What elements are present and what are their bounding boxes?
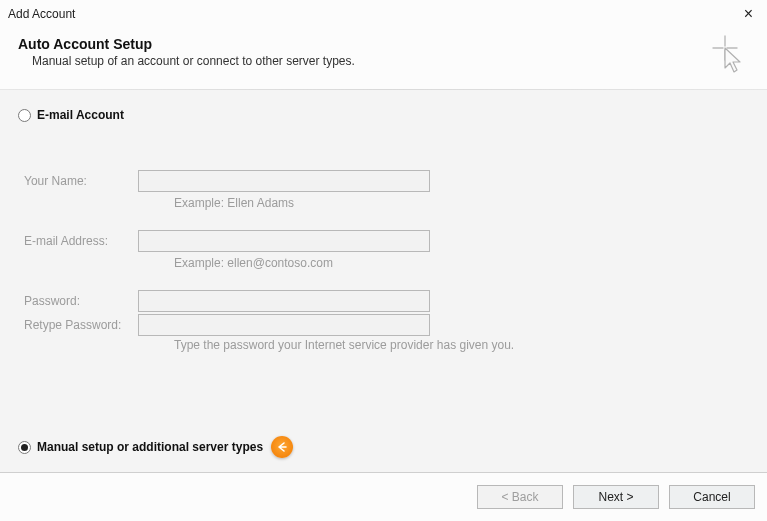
option-manual-label: Manual setup or additional server types bbox=[37, 440, 263, 454]
hint-password: Type the password your Internet service … bbox=[174, 338, 514, 352]
input-your-name bbox=[138, 170, 430, 192]
input-email bbox=[138, 230, 430, 252]
wizard-body: E-mail Account Your Name: Example: Ellen… bbox=[0, 90, 767, 472]
radio-icon bbox=[18, 109, 31, 122]
cursor-icon bbox=[711, 34, 745, 77]
label-retype: Retype Password: bbox=[18, 318, 138, 332]
wizard-footer: < Back Next > Cancel bbox=[0, 473, 767, 521]
option-email-account[interactable]: E-mail Account bbox=[18, 108, 749, 122]
window-title: Add Account bbox=[8, 7, 75, 21]
radio-icon bbox=[18, 441, 31, 454]
label-password: Password: bbox=[18, 294, 138, 308]
hint-row-your-name: Example: Ellen Adams bbox=[18, 196, 749, 210]
option-email-label: E-mail Account bbox=[37, 108, 124, 122]
row-password: Password: bbox=[18, 290, 749, 312]
back-button: < Back bbox=[477, 485, 563, 509]
close-icon[interactable]: × bbox=[738, 2, 759, 26]
row-email: E-mail Address: bbox=[18, 230, 749, 252]
titlebar: Add Account × bbox=[0, 0, 767, 28]
row-retype: Retype Password: bbox=[18, 314, 749, 336]
wizard-title: Auto Account Setup bbox=[18, 36, 355, 52]
hint-email: Example: ellen@contoso.com bbox=[174, 256, 333, 270]
input-retype bbox=[138, 314, 430, 336]
cancel-button[interactable]: Cancel bbox=[669, 485, 755, 509]
wizard-header: Auto Account Setup Manual setup of an ac… bbox=[0, 28, 767, 89]
hint-your-name: Example: Ellen Adams bbox=[174, 196, 294, 210]
row-your-name: Your Name: bbox=[18, 170, 749, 192]
label-your-name: Your Name: bbox=[18, 174, 138, 188]
wizard-header-text: Auto Account Setup Manual setup of an ac… bbox=[18, 36, 355, 68]
hint-row-email: Example: ellen@contoso.com bbox=[18, 256, 749, 270]
option-manual-setup[interactable]: Manual setup or additional server types bbox=[18, 436, 293, 458]
label-email: E-mail Address: bbox=[18, 234, 138, 248]
hint-row-password: Type the password your Internet service … bbox=[18, 338, 749, 352]
next-button[interactable]: Next > bbox=[573, 485, 659, 509]
add-account-window: Add Account × Auto Account Setup Manual … bbox=[0, 0, 767, 521]
wizard-subtitle: Manual setup of an account or connect to… bbox=[32, 54, 355, 68]
email-form: Your Name: Example: Ellen Adams E-mail A… bbox=[18, 170, 749, 352]
input-password bbox=[138, 290, 430, 312]
arrow-left-badge-icon bbox=[271, 436, 293, 458]
